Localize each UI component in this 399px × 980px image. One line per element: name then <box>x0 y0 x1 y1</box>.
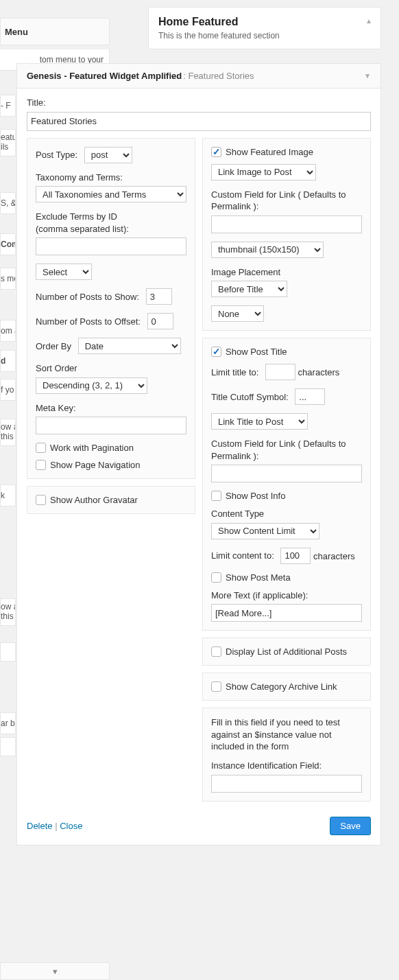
home-featured-header[interactable]: Home Featured This is the home featured … <box>148 7 381 49</box>
instance-label: Instance Identification Field: <box>211 760 362 772</box>
exclude-select[interactable]: Select <box>36 264 92 280</box>
content-type-label: Content Type <box>211 508 362 520</box>
taxonomy-select[interactable]: All Taxonomies and Terms <box>36 186 186 202</box>
exclude-label: Exclude Terms by ID(comma separated list… <box>36 211 186 235</box>
archive-link-label: Show Category Archive Link <box>226 681 337 692</box>
chevron-down-icon: ▾ <box>53 966 58 977</box>
widget-name: Genesis - Featured Widget Amplified <box>27 71 182 81</box>
gravatar-checkbox[interactable] <box>36 495 46 505</box>
cf-link-input[interactable] <box>211 215 362 233</box>
content-type-select[interactable]: Show Content Limit <box>211 523 319 539</box>
cutoff-input[interactable] <box>295 388 325 405</box>
fragment: S, & <box>0 192 16 214</box>
dropdown-fragment[interactable]: ▾ <box>0 962 110 980</box>
num-offset-label: Number of Posts to Offset: <box>36 316 141 327</box>
more-text-label: More Text (if applicable): <box>211 590 362 602</box>
link-title-select[interactable]: Link Title to Post <box>211 413 308 430</box>
order-by-select[interactable]: Date <box>78 338 181 354</box>
none-select[interactable]: None <box>211 305 264 322</box>
num-offset-input[interactable] <box>147 313 173 329</box>
cf-link2-input[interactable] <box>211 465 362 482</box>
instance-input[interactable] <box>211 775 362 793</box>
widget-sub: : Featured Stories <box>183 71 254 81</box>
additional-posts-checkbox[interactable] <box>211 646 221 657</box>
right-column: Show Featured Image Link Image to Post C… <box>202 138 371 802</box>
menu-label: Menu <box>5 27 28 37</box>
save-button[interactable]: Save <box>330 817 371 835</box>
characters-label: characters <box>298 367 340 377</box>
left-column: Post Type: post Taxonomy and Terms: All … <box>27 138 195 802</box>
fragment: d <box>0 350 16 372</box>
order-by-label: Order By <box>36 341 71 351</box>
title-content-box: Show Post Title Limit title to: characte… <box>202 338 371 631</box>
pagination-label: Work with Pagination <box>50 443 134 453</box>
cutoff-label: Title Cutoff Symbol: <box>211 392 289 402</box>
sort-order-select[interactable]: Descending (3, 2, 1) <box>36 377 147 394</box>
show-post-meta-checkbox[interactable] <box>211 572 221 583</box>
fragment: om a <box>0 320 16 342</box>
query-box: Post Type: post Taxonomy and Terms: All … <box>27 138 195 480</box>
fragment: ow athis <box>0 598 16 626</box>
gravatar-box: Show Author Gravatar <box>27 486 195 514</box>
cf-link2-label: Custom Field for Link ( Defaults to Perm… <box>211 438 362 462</box>
show-post-info-checkbox[interactable] <box>211 491 221 501</box>
pagination-checkbox[interactable] <box>36 443 46 453</box>
archive-link-box: Show Category Archive Link <box>202 673 371 701</box>
instance-hint: Fill in this field if you need to test a… <box>211 716 362 753</box>
image-box: Show Featured Image Link Image to Post C… <box>202 138 371 331</box>
fragment-box[interactable] <box>0 737 16 756</box>
additional-posts-box: Display List of Additional Posts <box>202 638 371 666</box>
fragment: ow athis <box>0 419 16 446</box>
gravatar-label: Show Author Gravatar <box>50 495 138 505</box>
image-placement-label: Image Placement <box>211 266 362 279</box>
page-nav-label: Show Page Navigation <box>50 460 141 470</box>
limit-content-label: Limit content to: <box>211 550 274 561</box>
link-image-select[interactable]: Link Image to Post <box>211 164 316 180</box>
post-type-select[interactable]: post <box>84 147 132 163</box>
page-nav-checkbox[interactable] <box>36 460 46 470</box>
hf-title: Home Featured <box>158 16 371 28</box>
show-title-label: Show Post Title <box>226 347 287 357</box>
fragment-box[interactable] <box>0 642 16 662</box>
delete-link[interactable]: Delete <box>27 821 53 831</box>
image-placement-select[interactable]: Before Title <box>211 281 287 297</box>
widget-header[interactable]: Genesis - Featured Widget Amplified: Fea… <box>17 64 380 89</box>
post-type-label: Post Type: <box>36 150 77 160</box>
num-show-input[interactable] <box>146 288 172 305</box>
characters-label-2: characters <box>313 550 355 561</box>
num-show-label: Number of Posts to Show: <box>36 292 139 302</box>
chevron-up-icon[interactable]: ▲ <box>365 17 372 25</box>
widget-footer: Delete | Close Save <box>17 810 380 845</box>
fragment: Com <box>0 233 16 255</box>
taxonomy-label: Taxonomy and Terms: <box>36 172 186 184</box>
sort-order-label: Sort Order <box>36 362 186 375</box>
hf-desc: This is the home featured section <box>158 31 371 40</box>
cf-link-label: Custom Field for Link ( Defaults to Perm… <box>211 189 362 213</box>
fragment: s me <box>0 268 16 290</box>
additional-posts-label: Display List of Additional Posts <box>226 646 347 657</box>
chevron-down-icon[interactable]: ▼ <box>364 72 371 80</box>
archive-link-checkbox[interactable] <box>211 681 221 692</box>
title-label: Title: <box>27 97 371 109</box>
close-link[interactable]: Close <box>60 821 82 831</box>
limit-title-label: Limit title to: <box>211 367 258 377</box>
fragment: - F <box>0 95 16 117</box>
image-size-select[interactable]: thumbnail (150x150) <box>211 242 324 258</box>
show-image-label: Show Featured Image <box>226 147 313 157</box>
limit-content-input[interactable] <box>280 548 311 564</box>
fragment: k <box>0 485 16 506</box>
meta-key-label: Meta Key: <box>36 402 186 415</box>
widget-body: Title: Post Type: post Taxonomy and Term… <box>17 89 380 810</box>
menu-box[interactable]: Menu <box>0 18 110 45</box>
show-image-checkbox[interactable] <box>211 147 221 157</box>
show-title-checkbox[interactable] <box>211 347 221 357</box>
exclude-input[interactable] <box>36 237 186 255</box>
widget-panel: Genesis - Featured Widget Amplified: Fea… <box>16 63 381 845</box>
more-text-input[interactable] <box>211 604 362 622</box>
fragment: f yo <box>0 379 16 401</box>
fragment: ar b <box>0 712 16 734</box>
limit-title-input[interactable] <box>265 364 295 380</box>
show-post-meta-label: Show Post Meta <box>226 572 291 583</box>
meta-key-input[interactable] <box>36 417 186 434</box>
title-input[interactable] <box>27 112 371 131</box>
